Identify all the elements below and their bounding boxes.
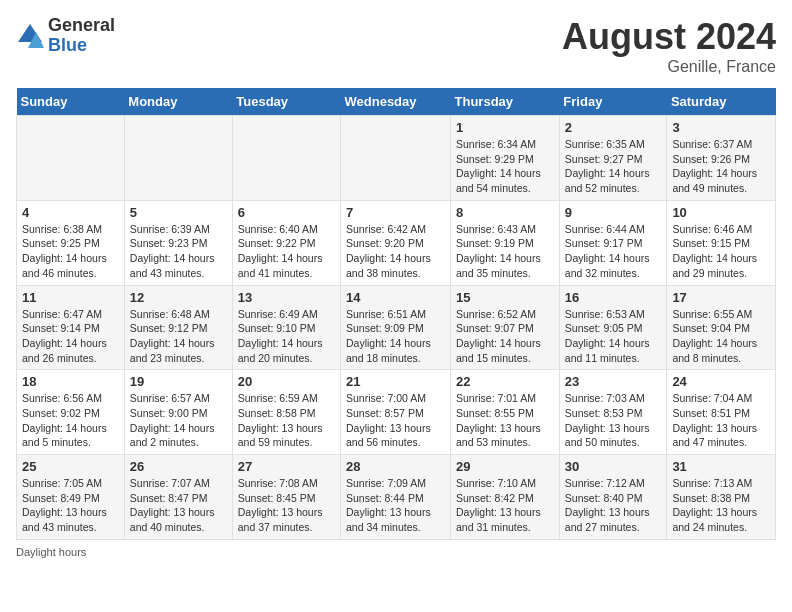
page-header: General Blue August 2024 Genille, France	[16, 16, 776, 76]
logo-text: General Blue	[48, 16, 115, 56]
day-number: 22	[456, 374, 554, 389]
calendar-cell	[17, 116, 125, 201]
day-info: Sunrise: 7:13 AMSunset: 8:38 PMDaylight:…	[672, 476, 770, 535]
calendar-cell: 16Sunrise: 6:53 AMSunset: 9:05 PMDayligh…	[559, 285, 667, 370]
day-number: 12	[130, 290, 227, 305]
calendar-cell: 6Sunrise: 6:40 AMSunset: 9:22 PMDaylight…	[232, 200, 340, 285]
calendar-cell: 28Sunrise: 7:09 AMSunset: 8:44 PMDayligh…	[341, 455, 451, 540]
calendar-cell	[124, 116, 232, 201]
calendar-cell: 25Sunrise: 7:05 AMSunset: 8:49 PMDayligh…	[17, 455, 125, 540]
day-info: Sunrise: 7:10 AMSunset: 8:42 PMDaylight:…	[456, 476, 554, 535]
calendar-cell: 1Sunrise: 6:34 AMSunset: 9:29 PMDaylight…	[451, 116, 560, 201]
calendar-cell: 13Sunrise: 6:49 AMSunset: 9:10 PMDayligh…	[232, 285, 340, 370]
day-info: Sunrise: 6:46 AMSunset: 9:15 PMDaylight:…	[672, 222, 770, 281]
day-info: Sunrise: 7:12 AMSunset: 8:40 PMDaylight:…	[565, 476, 662, 535]
day-info: Sunrise: 6:48 AMSunset: 9:12 PMDaylight:…	[130, 307, 227, 366]
calendar-cell: 9Sunrise: 6:44 AMSunset: 9:17 PMDaylight…	[559, 200, 667, 285]
day-number: 9	[565, 205, 662, 220]
calendar-cell: 24Sunrise: 7:04 AMSunset: 8:51 PMDayligh…	[667, 370, 776, 455]
calendar-header-row: SundayMondayTuesdayWednesdayThursdayFrid…	[17, 88, 776, 116]
day-info: Sunrise: 6:56 AMSunset: 9:02 PMDaylight:…	[22, 391, 119, 450]
calendar-cell: 4Sunrise: 6:38 AMSunset: 9:25 PMDaylight…	[17, 200, 125, 285]
logo-icon	[16, 22, 44, 50]
day-info: Sunrise: 7:07 AMSunset: 8:47 PMDaylight:…	[130, 476, 227, 535]
logo-blue-text: Blue	[48, 36, 115, 56]
day-info: Sunrise: 6:35 AMSunset: 9:27 PMDaylight:…	[565, 137, 662, 196]
calendar-cell: 11Sunrise: 6:47 AMSunset: 9:14 PMDayligh…	[17, 285, 125, 370]
day-info: Sunrise: 6:34 AMSunset: 9:29 PMDaylight:…	[456, 137, 554, 196]
day-info: Sunrise: 7:03 AMSunset: 8:53 PMDaylight:…	[565, 391, 662, 450]
header-monday: Monday	[124, 88, 232, 116]
day-number: 20	[238, 374, 335, 389]
calendar-cell: 29Sunrise: 7:10 AMSunset: 8:42 PMDayligh…	[451, 455, 560, 540]
day-number: 30	[565, 459, 662, 474]
footer-note: Daylight hours	[16, 546, 776, 558]
day-number: 28	[346, 459, 445, 474]
day-number: 7	[346, 205, 445, 220]
day-info: Sunrise: 6:39 AMSunset: 9:23 PMDaylight:…	[130, 222, 227, 281]
calendar-cell: 10Sunrise: 6:46 AMSunset: 9:15 PMDayligh…	[667, 200, 776, 285]
calendar-cell: 22Sunrise: 7:01 AMSunset: 8:55 PMDayligh…	[451, 370, 560, 455]
header-thursday: Thursday	[451, 88, 560, 116]
calendar-cell: 7Sunrise: 6:42 AMSunset: 9:20 PMDaylight…	[341, 200, 451, 285]
day-number: 15	[456, 290, 554, 305]
day-number: 13	[238, 290, 335, 305]
day-info: Sunrise: 6:38 AMSunset: 9:25 PMDaylight:…	[22, 222, 119, 281]
day-info: Sunrise: 6:42 AMSunset: 9:20 PMDaylight:…	[346, 222, 445, 281]
header-wednesday: Wednesday	[341, 88, 451, 116]
day-number: 23	[565, 374, 662, 389]
day-info: Sunrise: 7:01 AMSunset: 8:55 PMDaylight:…	[456, 391, 554, 450]
calendar-cell: 5Sunrise: 6:39 AMSunset: 9:23 PMDaylight…	[124, 200, 232, 285]
day-number: 2	[565, 120, 662, 135]
day-number: 21	[346, 374, 445, 389]
calendar-cell: 18Sunrise: 6:56 AMSunset: 9:02 PMDayligh…	[17, 370, 125, 455]
calendar-cell: 14Sunrise: 6:51 AMSunset: 9:09 PMDayligh…	[341, 285, 451, 370]
calendar-cell: 23Sunrise: 7:03 AMSunset: 8:53 PMDayligh…	[559, 370, 667, 455]
calendar-cell: 30Sunrise: 7:12 AMSunset: 8:40 PMDayligh…	[559, 455, 667, 540]
title-area: August 2024 Genille, France	[562, 16, 776, 76]
calendar-table: SundayMondayTuesdayWednesdayThursdayFrid…	[16, 88, 776, 540]
calendar-week-row: 25Sunrise: 7:05 AMSunset: 8:49 PMDayligh…	[17, 455, 776, 540]
calendar-cell: 31Sunrise: 7:13 AMSunset: 8:38 PMDayligh…	[667, 455, 776, 540]
month-year-title: August 2024	[562, 16, 776, 58]
day-number: 10	[672, 205, 770, 220]
calendar-cell	[232, 116, 340, 201]
header-friday: Friday	[559, 88, 667, 116]
location-subtitle: Genille, France	[562, 58, 776, 76]
day-info: Sunrise: 6:52 AMSunset: 9:07 PMDaylight:…	[456, 307, 554, 366]
calendar-week-row: 11Sunrise: 6:47 AMSunset: 9:14 PMDayligh…	[17, 285, 776, 370]
calendar-cell: 21Sunrise: 7:00 AMSunset: 8:57 PMDayligh…	[341, 370, 451, 455]
calendar-cell: 12Sunrise: 6:48 AMSunset: 9:12 PMDayligh…	[124, 285, 232, 370]
day-number: 17	[672, 290, 770, 305]
calendar-cell	[341, 116, 451, 201]
day-number: 29	[456, 459, 554, 474]
day-number: 24	[672, 374, 770, 389]
calendar-cell: 19Sunrise: 6:57 AMSunset: 9:00 PMDayligh…	[124, 370, 232, 455]
day-info: Sunrise: 7:00 AMSunset: 8:57 PMDaylight:…	[346, 391, 445, 450]
calendar-cell: 2Sunrise: 6:35 AMSunset: 9:27 PMDaylight…	[559, 116, 667, 201]
day-number: 5	[130, 205, 227, 220]
calendar-cell: 8Sunrise: 6:43 AMSunset: 9:19 PMDaylight…	[451, 200, 560, 285]
calendar-cell: 3Sunrise: 6:37 AMSunset: 9:26 PMDaylight…	[667, 116, 776, 201]
calendar-week-row: 18Sunrise: 6:56 AMSunset: 9:02 PMDayligh…	[17, 370, 776, 455]
calendar-cell: 15Sunrise: 6:52 AMSunset: 9:07 PMDayligh…	[451, 285, 560, 370]
calendar-cell: 26Sunrise: 7:07 AMSunset: 8:47 PMDayligh…	[124, 455, 232, 540]
day-info: Sunrise: 6:55 AMSunset: 9:04 PMDaylight:…	[672, 307, 770, 366]
day-info: Sunrise: 7:04 AMSunset: 8:51 PMDaylight:…	[672, 391, 770, 450]
day-number: 3	[672, 120, 770, 135]
calendar-week-row: 1Sunrise: 6:34 AMSunset: 9:29 PMDaylight…	[17, 116, 776, 201]
day-info: Sunrise: 6:40 AMSunset: 9:22 PMDaylight:…	[238, 222, 335, 281]
day-info: Sunrise: 6:37 AMSunset: 9:26 PMDaylight:…	[672, 137, 770, 196]
calendar-cell: 27Sunrise: 7:08 AMSunset: 8:45 PMDayligh…	[232, 455, 340, 540]
day-number: 31	[672, 459, 770, 474]
day-info: Sunrise: 6:53 AMSunset: 9:05 PMDaylight:…	[565, 307, 662, 366]
header-saturday: Saturday	[667, 88, 776, 116]
day-info: Sunrise: 7:08 AMSunset: 8:45 PMDaylight:…	[238, 476, 335, 535]
day-info: Sunrise: 6:49 AMSunset: 9:10 PMDaylight:…	[238, 307, 335, 366]
day-number: 14	[346, 290, 445, 305]
day-number: 1	[456, 120, 554, 135]
day-number: 4	[22, 205, 119, 220]
day-number: 6	[238, 205, 335, 220]
day-number: 18	[22, 374, 119, 389]
calendar-cell: 17Sunrise: 6:55 AMSunset: 9:04 PMDayligh…	[667, 285, 776, 370]
